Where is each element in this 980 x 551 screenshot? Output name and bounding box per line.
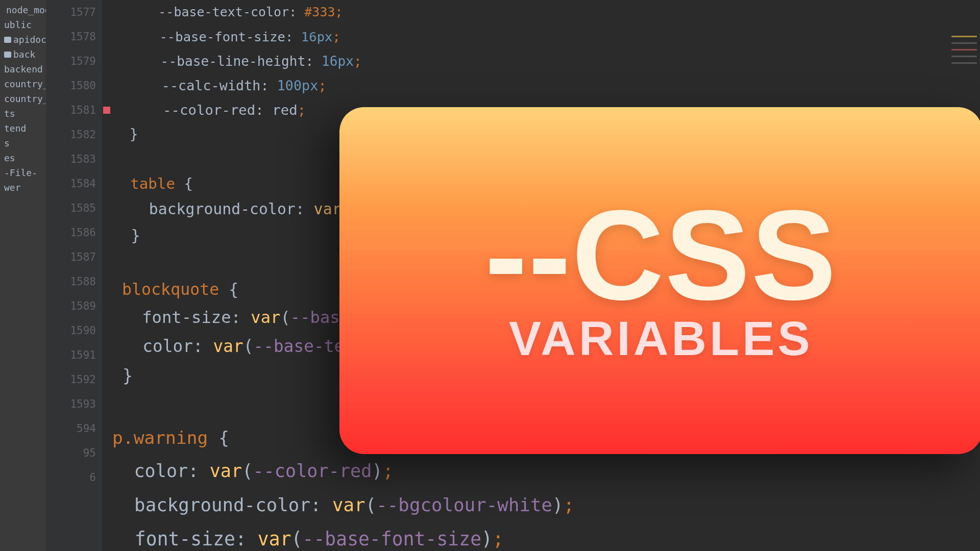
code-token: { [175,175,193,192]
file-tree-label: back [13,49,35,60]
code-token: : [296,200,314,218]
line-number[interactable]: 1593 [46,392,96,416]
line-number[interactable]: 1590 [46,318,96,343]
code-token: font-size [142,308,231,327]
code-token: ; [335,5,343,19]
code-token: red [272,102,297,118]
file-tree-label: wer [4,182,21,193]
code-token: ; [564,494,575,515]
code-token: ; [298,102,306,118]
code-token: --base-text-color [158,5,289,19]
line-number[interactable]: 95 [46,441,96,465]
line-number[interactable]: 1588 [46,269,96,294]
overlay-subtitle: VARIABLES [509,311,813,366]
line-number[interactable]: 1584 [46,171,96,196]
file-tree-label: s [4,138,10,148]
code-token: var [210,460,242,481]
line-number-gutter: 1577157815791580158115821583158415851586… [46,0,102,551]
code-token: 16px [301,29,333,44]
code-token: ( [243,337,254,356]
code-line[interactable]: --base-font-size: 16px; [102,24,980,49]
line-number[interactable]: 1585 [46,196,96,220]
line-number[interactable]: 1587 [46,245,96,269]
code-token: : [285,29,301,44]
code-line[interactable]: --base-line-height: 16px; [102,49,980,73]
code-token: var [251,308,280,327]
line-number[interactable]: 1578 [46,24,96,49]
overlay-title: --CSS [485,195,838,316]
file-tree-label: backend [4,64,43,74]
code-token: table [130,175,175,192]
code-token: --base-line-height [161,54,306,69]
code-token: : [289,5,304,19]
code-token: ; [383,460,394,481]
line-number[interactable]: 1581 [46,98,96,122]
code-token: background-color [134,494,310,515]
code-token: : [260,78,277,93]
code-line[interactable]: color: var(--color-red); [102,454,980,488]
title-overlay-card: --CSS VARIABLES [339,107,980,454]
file-tree-label: es [4,153,15,163]
code-token: var [332,494,365,515]
code-token: 100px [277,78,318,93]
code-token: ; [493,528,504,550]
line-number[interactable]: 1582 [46,122,96,147]
code-token: } [131,227,140,244]
folder-icon [4,52,11,58]
code-token: ) [481,528,493,550]
code-token: { [219,280,238,298]
code-line[interactable]: font-size: var(--base-font-size); [102,522,980,551]
file-tree-label: ublic [4,19,32,30]
line-number[interactable]: 1577 [46,0,96,24]
line-number[interactable]: 1591 [46,343,96,367]
code-token: #333 [304,5,335,19]
line-number[interactable]: 1579 [46,49,96,73]
code-token: p [112,428,123,448]
code-line[interactable]: background-color: var(--bgcolour-white); [102,488,980,522]
code-token: --color-red [163,102,255,118]
code-token: --base-font-size [159,29,285,44]
minimap[interactable] [951,36,977,71]
code-token: color [134,460,188,481]
code-token: ; [332,29,340,44]
code-token: } [130,126,138,143]
code-token: : [231,308,251,327]
minimap-marker [951,62,977,64]
code-token: ( [291,528,303,550]
code-token: background-color [149,200,296,218]
code-token: --bgcolour-white [376,494,552,515]
code-token: : [235,528,258,550]
code-token: blockquote [122,280,219,298]
code-token: : [193,337,213,356]
line-number[interactable]: 1589 [46,294,96,318]
code-token: : [188,460,209,481]
code-token: var [213,337,243,356]
code-token: font-size [135,528,235,550]
line-number[interactable]: 6 [46,465,96,490]
code-token: ) [372,460,382,481]
code-token: ; [354,54,362,69]
code-line[interactable]: --base-text-color: #333; [102,0,980,24]
code-token: ( [280,308,290,327]
minimap-marker [951,36,977,37]
line-number[interactable]: 1583 [46,147,96,171]
code-token: ( [365,494,377,515]
code-token: ( [242,460,253,481]
code-line[interactable]: --calc-width: 100px; [102,73,980,98]
line-number[interactable]: 1580 [46,73,96,98]
code-token: } [122,366,133,386]
minimap-marker [951,49,977,51]
folder-icon [4,37,11,43]
line-number[interactable]: 1592 [46,367,96,392]
file-tree-label: ts [4,108,15,119]
code-token: ) [552,494,564,515]
code-token: var [258,528,291,550]
code-token: { [208,428,229,448]
code-token: ; [318,78,326,93]
code-token: : [305,54,322,69]
code-token: --calc-width [162,78,261,93]
line-number[interactable]: 594 [46,416,96,441]
minimap-marker [951,56,977,57]
line-number[interactable]: 1586 [46,220,96,245]
minimap-marker [951,42,977,44]
